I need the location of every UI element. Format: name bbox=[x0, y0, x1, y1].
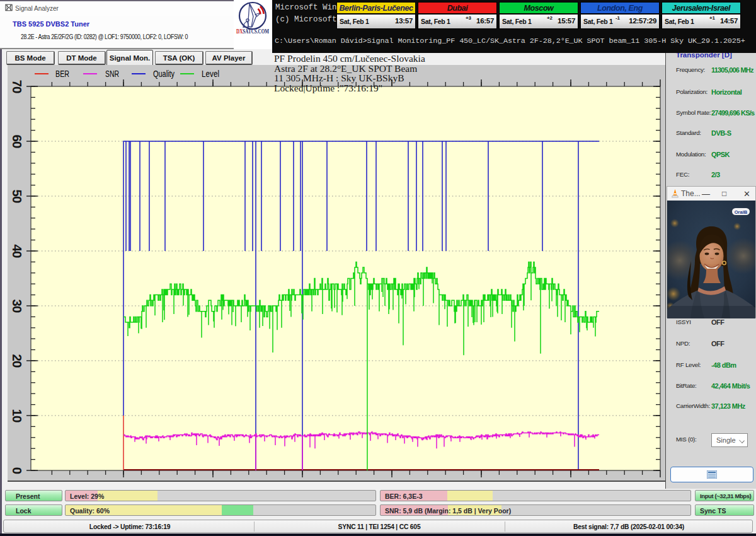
svg-text:30: 30 bbox=[10, 300, 25, 313]
svg-text:50: 50 bbox=[10, 190, 25, 203]
svg-text:BER: BER bbox=[55, 68, 69, 79]
svg-text:10: 10 bbox=[10, 409, 25, 422]
svg-text:Quality: Quality bbox=[153, 68, 175, 79]
svg-text:0: 0 bbox=[10, 467, 25, 474]
svg-text:40: 40 bbox=[10, 245, 25, 258]
svg-text:OralB: OralB bbox=[735, 209, 748, 215]
svg-text:70: 70 bbox=[10, 80, 25, 93]
svg-text:SNR: SNR bbox=[105, 68, 119, 79]
svg-text:60: 60 bbox=[10, 135, 25, 148]
svg-text:DXSATCS.COM: DXSATCS.COM bbox=[236, 28, 269, 35]
svg-text:Level: Level bbox=[202, 68, 219, 79]
svg-text:20: 20 bbox=[10, 354, 25, 368]
